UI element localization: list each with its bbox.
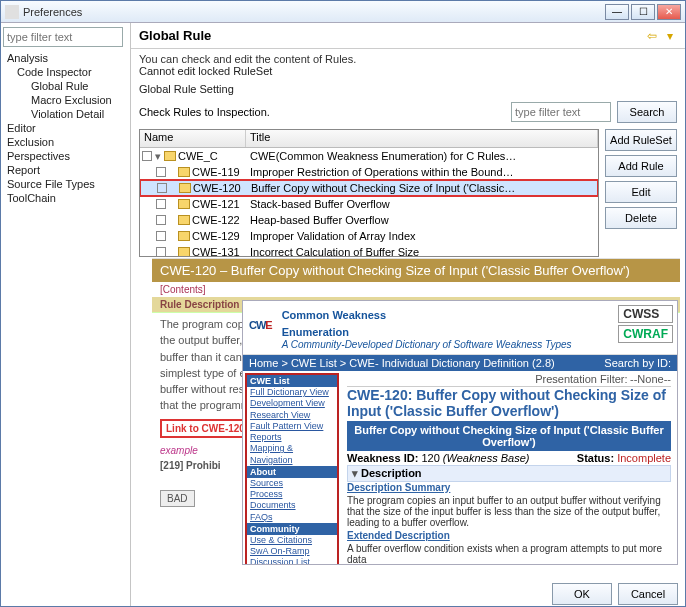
add-rule-button[interactable]: Add Rule [605, 155, 677, 177]
side-res-view[interactable]: Research View [247, 410, 337, 421]
side-head-community: Community [247, 523, 337, 535]
page-title: Global Rule [139, 28, 645, 43]
cwe-entry-title: CWE-120: Buffer Copy without Checking Si… [347, 387, 671, 419]
side-documents[interactable]: Documents [247, 500, 337, 511]
tree-perspectives[interactable]: Perspectives [3, 149, 128, 163]
row-checkbox[interactable] [156, 247, 166, 256]
tree-source-file-types[interactable]: Source File Types [3, 177, 128, 191]
row-checkbox[interactable] [142, 151, 152, 161]
tree-code-inspector[interactable]: Code Inspector [3, 65, 128, 79]
table-row[interactable]: CWE-122Heap-based Buffer Overflow [140, 212, 598, 228]
tree-filter-input[interactable] [3, 27, 123, 47]
folder-icon [178, 167, 190, 177]
brand-title: Common WeaknessEnumeration [282, 305, 671, 339]
table-row[interactable]: CWE-121Stack-based Buffer Overflow [140, 196, 598, 212]
side-use-cit[interactable]: Use & Citations [247, 535, 337, 546]
cwe-logo: CWE [249, 305, 272, 336]
side-disc-list[interactable]: Discussion List [247, 557, 337, 565]
table-row[interactable]: CWE-131Incorrect Calculation of Buffer S… [140, 244, 598, 256]
tree-analysis[interactable]: Analysis [3, 51, 128, 65]
window-title: Preferences [23, 6, 605, 18]
cwraf-badge[interactable]: CWRAF [618, 325, 673, 343]
col-name[interactable]: Name [140, 130, 246, 147]
tree-violation-detail[interactable]: Violation Detail [3, 107, 128, 121]
desc-summary-head: Description Summary [347, 482, 671, 493]
brand-tagline: A Community-Developed Dictionary of Soft… [282, 339, 671, 350]
breadcrumb: Home > CWE List > CWE- Individual Dictio… [243, 355, 677, 371]
folder-icon [178, 215, 190, 225]
row-name: CWE_C [178, 150, 218, 162]
row-name: CWE-121 [192, 198, 240, 210]
ext-desc-text: A buffer overflow condition exists when … [347, 541, 671, 565]
row-title: Incorrect Calculation of Buffer Size [246, 246, 598, 256]
desc-summary-text: The program copies an input buffer to an… [347, 493, 671, 530]
tree-toolchain[interactable]: ToolChain [3, 191, 128, 205]
cwe-doc-title: CWE-120 – Buffer Copy without Checking S… [152, 259, 680, 282]
side-head-cwe-list: CWE List [247, 375, 337, 387]
side-process[interactable]: Process [247, 489, 337, 500]
cwe-entry-band: Buffer Copy without Checking Size of Inp… [347, 421, 671, 451]
edit-button[interactable]: Edit [605, 181, 677, 203]
side-dev-view[interactable]: Development View [247, 398, 337, 409]
side-sources[interactable]: Sources [247, 478, 337, 489]
row-checkbox[interactable] [156, 231, 166, 241]
tree-editor[interactable]: Editor [3, 121, 128, 135]
presentation-filter[interactable]: Presentation Filter: --None-- [347, 373, 671, 387]
table-row[interactable]: CWE-119Improper Restriction of Operation… [140, 164, 598, 180]
add-ruleset-button[interactable]: Add RuleSet [605, 129, 677, 151]
cwss-badge[interactable]: CWSS [618, 305, 673, 323]
nav-fwd-icon[interactable]: ▾ [663, 29, 677, 43]
search-button[interactable]: Search [617, 101, 677, 123]
ext-desc-head: Extended Description [347, 530, 671, 541]
folder-icon [178, 247, 190, 256]
group-label: Global Rule Setting [131, 81, 685, 97]
cancel-button[interactable]: Cancel [618, 583, 678, 605]
row-title: Improper Validation of Array Index [246, 230, 598, 242]
row-title: Stack-based Buffer Overflow [246, 198, 598, 210]
row-name: CWE-129 [192, 230, 240, 242]
tree-global-rule[interactable]: Global Rule [31, 80, 88, 92]
side-swa[interactable]: SwA On-Ramp [247, 546, 337, 557]
tree-report[interactable]: Report [3, 163, 128, 177]
row-title: CWE(Common Weakness Enumeration) for C R… [246, 150, 598, 162]
row-title: Improper Restriction of Operations withi… [246, 166, 598, 178]
tree-exclusion[interactable]: Exclusion [3, 135, 128, 149]
folder-icon [178, 199, 190, 209]
cwe-browser-overlay: CWSS CWRAF CWE Common WeaknessEnumeratio… [242, 300, 678, 565]
table-row[interactable]: CWE-120Buffer Copy without Checking Size… [140, 180, 598, 196]
side-faqs[interactable]: FAQs [247, 512, 337, 523]
row-checkbox[interactable] [157, 183, 167, 193]
close-button[interactable]: ✕ [657, 4, 681, 20]
side-fault-view[interactable]: Fault Pattern View [247, 421, 337, 432]
folder-icon [179, 183, 191, 193]
maximize-button[interactable]: ☐ [631, 4, 655, 20]
tree-toggle-icon[interactable]: ▾ [154, 150, 162, 163]
delete-button[interactable]: Delete [605, 207, 677, 229]
cwe-doc-contents-link[interactable]: [Contents] [152, 282, 680, 297]
col-title[interactable]: Title [246, 130, 598, 147]
row-name: CWE-120 [193, 182, 241, 194]
row-checkbox[interactable] [156, 215, 166, 225]
side-reports[interactable]: Reports [247, 432, 337, 443]
nav-back-icon[interactable]: ⇦ [645, 29, 659, 43]
window-titlebar: Preferences — ☐ ✕ [1, 1, 685, 23]
rule-filter-input[interactable] [511, 102, 611, 122]
minimize-button[interactable]: — [605, 4, 629, 20]
cwe-side-nav: CWE List Full Dictionary View Developmen… [245, 373, 339, 565]
check-rules-label: Check Rules to Inspection. [139, 106, 505, 118]
rules-table[interactable]: Name Title ▾CWE_CCWE(Common Weakness Enu… [139, 129, 599, 257]
row-checkbox[interactable] [156, 199, 166, 209]
app-icon [5, 5, 19, 19]
tree-macro-exclusion[interactable]: Macro Exclusion [3, 93, 128, 107]
section-description[interactable]: Description [347, 465, 671, 482]
weakness-id: Weakness ID: 120 (Weakness Base) [347, 452, 529, 464]
bad-tag: BAD [160, 490, 195, 507]
row-checkbox[interactable] [156, 167, 166, 177]
side-full-dict[interactable]: Full Dictionary View [247, 387, 337, 398]
ok-button[interactable]: OK [552, 583, 612, 605]
table-row[interactable]: CWE-129Improper Validation of Array Inde… [140, 228, 598, 244]
side-map-nav[interactable]: Mapping & Navigation [247, 443, 337, 466]
table-row[interactable]: ▾CWE_CCWE(Common Weakness Enumeration) f… [140, 148, 598, 164]
row-name: CWE-131 [192, 246, 240, 256]
row-name: CWE-122 [192, 214, 240, 226]
